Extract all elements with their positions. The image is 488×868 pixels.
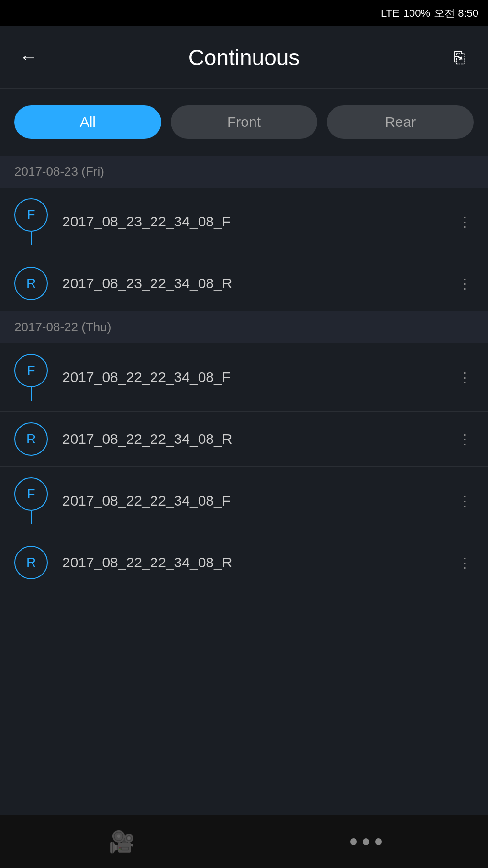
back-arrow-icon: ←	[19, 46, 38, 68]
list-item[interactable]: F 2017_08_23_22_34_08_F ⋮	[0, 188, 488, 256]
more-options-button[interactable]: ⋮	[455, 548, 474, 577]
camera-icon: 🎥	[109, 829, 135, 854]
more-options-button[interactable]: ⋮	[455, 207, 474, 236]
section-header-2: 2017-08-22 (Thu)	[0, 311, 488, 343]
header: ← Continuous ⎘	[0, 26, 488, 89]
nav-dot-3	[375, 838, 382, 845]
edit-icon: ⎘	[454, 47, 465, 68]
more-options-button[interactable]: ⋮	[455, 363, 474, 392]
more-options-button[interactable]: ⋮	[455, 425, 474, 453]
rear-circle-icon: R	[14, 546, 48, 579]
filter-front-button[interactable]: Front	[171, 105, 318, 139]
nav-dot-2	[363, 838, 369, 845]
dots-nav	[244, 815, 488, 868]
filename-label: 2017_08_23_22_34_08_F	[62, 214, 455, 230]
status-time: 오전 8:50	[434, 6, 478, 21]
connector-line	[31, 511, 32, 524]
list-item[interactable]: F 2017_08_22_22_34_08_F ⋮	[0, 343, 488, 412]
camera-nav-button[interactable]: 🎥	[0, 815, 244, 868]
pair-group-2: F 2017_08_22_22_34_08_F ⋮ R 2017_08_22_2…	[0, 343, 488, 467]
edit-button[interactable]: ⎘	[445, 43, 474, 72]
item-icon-group-rear: R	[14, 422, 48, 456]
status-bar: LTE 100% 오전 8:50	[0, 0, 488, 26]
pair-group-3: F 2017_08_22_22_34_08_F ⋮ R 2017_08_22_2…	[0, 467, 488, 590]
item-icon-group-front: F	[14, 198, 48, 245]
content-area: All Front Rear 2017-08-23 (Fri) F 2017_0…	[0, 89, 488, 815]
filename-label: 2017_08_22_22_34_08_F	[62, 369, 455, 385]
status-signal: LTE	[381, 7, 399, 20]
filename-label: 2017_08_22_22_34_08_F	[62, 493, 455, 509]
back-button[interactable]: ←	[14, 43, 43, 72]
item-icon-group-rear: R	[14, 546, 48, 579]
nav-dot-1	[350, 838, 357, 845]
front-circle-icon: F	[14, 477, 48, 511]
page-title: Continuous	[43, 45, 445, 70]
list-item[interactable]: F 2017_08_22_22_34_08_F ⋮	[0, 467, 488, 535]
filename-label: 2017_08_22_22_34_08_R	[62, 554, 455, 571]
list-item[interactable]: R 2017_08_22_22_34_08_R ⋮	[0, 412, 488, 467]
filter-rear-button[interactable]: Rear	[327, 105, 474, 139]
filter-all-button[interactable]: All	[14, 105, 161, 139]
status-battery: 100%	[403, 7, 430, 20]
item-icon-group-front: F	[14, 354, 48, 401]
item-icon-group-front: F	[14, 477, 48, 524]
filter-row: All Front Rear	[0, 89, 488, 156]
more-options-button[interactable]: ⋮	[455, 269, 474, 298]
front-circle-icon: F	[14, 198, 48, 232]
item-icon-group-rear: R	[14, 267, 48, 300]
more-options-button[interactable]: ⋮	[455, 486, 474, 515]
connector-line	[31, 232, 32, 245]
pair-group-1: F 2017_08_23_22_34_08_F ⋮ R 2017_08_23_2…	[0, 188, 488, 311]
connector-line	[31, 387, 32, 401]
section-header-1: 2017-08-23 (Fri)	[0, 156, 488, 188]
rear-circle-icon: R	[14, 422, 48, 456]
list-item[interactable]: R 2017_08_23_22_34_08_R ⋮	[0, 256, 488, 311]
list-item[interactable]: R 2017_08_22_22_34_08_R ⋮	[0, 535, 488, 590]
rear-circle-icon: R	[14, 267, 48, 300]
bottom-nav: 🎥	[0, 815, 488, 868]
filename-label: 2017_08_22_22_34_08_R	[62, 431, 455, 447]
filename-label: 2017_08_23_22_34_08_R	[62, 275, 455, 292]
front-circle-icon: F	[14, 354, 48, 387]
